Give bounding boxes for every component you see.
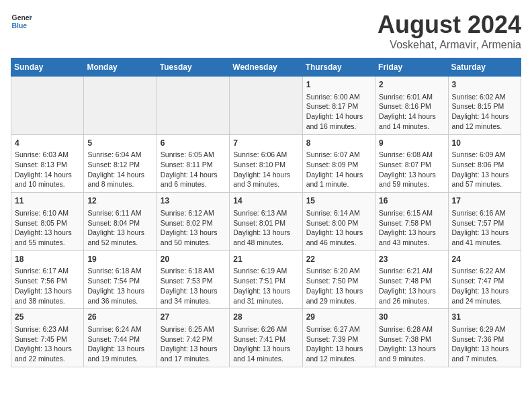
calendar-cell: 17Sunrise: 6:16 AMSunset: 7:57 PMDayligh…	[448, 193, 521, 251]
day-header-tuesday: Tuesday	[157, 58, 229, 77]
day-number: 6	[161, 138, 226, 149]
calendar-cell: 1Sunrise: 6:00 AMSunset: 8:17 PMDaylight…	[302, 77, 375, 135]
cell-content: Sunrise: 6:10 AMSunset: 8:05 PMDaylight:…	[15, 208, 80, 248]
calendar-cell	[157, 77, 229, 135]
calendar-cell: 15Sunrise: 6:14 AMSunset: 8:00 PMDayligh…	[302, 193, 375, 251]
day-number: 10	[452, 138, 517, 149]
calendar-cell: 16Sunrise: 6:15 AMSunset: 7:58 PMDayligh…	[375, 193, 448, 251]
cell-content: Sunrise: 6:18 AMSunset: 7:54 PMDaylight:…	[87, 266, 152, 306]
calendar-cell: 11Sunrise: 6:10 AMSunset: 8:05 PMDayligh…	[11, 193, 84, 251]
calendar-cell: 3Sunrise: 6:02 AMSunset: 8:15 PMDaylight…	[448, 77, 521, 135]
day-header-thursday: Thursday	[302, 58, 375, 77]
day-number: 2	[379, 79, 444, 91]
day-number: 7	[233, 138, 298, 149]
cell-content: Sunrise: 6:09 AMSunset: 8:06 PMDaylight:…	[452, 150, 517, 189]
calendar-cell: 4Sunrise: 6:03 AMSunset: 8:13 PMDaylight…	[11, 134, 84, 193]
cell-content: Sunrise: 6:08 AMSunset: 8:07 PMDaylight:…	[379, 150, 444, 189]
svg-text:General: General	[12, 14, 32, 21]
day-number: 27	[161, 312, 226, 323]
day-number: 31	[452, 312, 517, 323]
day-number: 19	[87, 254, 152, 265]
calendar-table: SundayMondayTuesdayWednesdayThursdayFrid…	[11, 58, 521, 367]
day-number: 13	[161, 195, 226, 207]
calendar-cell: 20Sunrise: 6:18 AMSunset: 7:53 PMDayligh…	[157, 250, 229, 309]
day-number: 9	[379, 138, 444, 149]
cell-content: Sunrise: 6:01 AMSunset: 8:16 PMDaylight:…	[379, 92, 444, 132]
calendar-cell: 12Sunrise: 6:11 AMSunset: 8:04 PMDayligh…	[84, 193, 157, 251]
calendar-cell: 23Sunrise: 6:21 AMSunset: 7:48 PMDayligh…	[375, 250, 448, 309]
day-number: 8	[306, 138, 371, 149]
calendar-cell: 28Sunrise: 6:26 AMSunset: 7:41 PMDayligh…	[230, 309, 302, 367]
day-number: 12	[87, 195, 152, 207]
cell-content: Sunrise: 6:23 AMSunset: 7:45 PMDaylight:…	[15, 324, 80, 364]
calendar-cell: 5Sunrise: 6:04 AMSunset: 8:12 PMDaylight…	[84, 134, 157, 193]
cell-content: Sunrise: 6:25 AMSunset: 7:42 PMDaylight:…	[161, 324, 226, 364]
cell-content: Sunrise: 6:03 AMSunset: 8:13 PMDaylight:…	[15, 150, 80, 189]
calendar-cell: 31Sunrise: 6:29 AMSunset: 7:36 PMDayligh…	[448, 309, 521, 367]
calendar-cell: 22Sunrise: 6:20 AMSunset: 7:50 PMDayligh…	[302, 250, 375, 309]
day-number: 23	[379, 254, 444, 265]
day-header-friday: Friday	[375, 58, 448, 77]
day-number: 20	[161, 254, 226, 265]
cell-content: Sunrise: 6:00 AMSunset: 8:17 PMDaylight:…	[306, 92, 371, 132]
day-number: 3	[452, 79, 517, 91]
calendar-cell: 6Sunrise: 6:05 AMSunset: 8:11 PMDaylight…	[157, 134, 229, 193]
day-header-saturday: Saturday	[448, 58, 521, 77]
cell-content: Sunrise: 6:06 AMSunset: 8:10 PMDaylight:…	[233, 150, 298, 189]
calendar-cell: 13Sunrise: 6:12 AMSunset: 8:02 PMDayligh…	[157, 193, 229, 251]
cell-content: Sunrise: 6:22 AMSunset: 7:47 PMDaylight:…	[452, 266, 517, 306]
day-number: 1	[306, 79, 371, 91]
day-number: 4	[15, 138, 80, 149]
day-number: 26	[87, 312, 152, 323]
calendar-cell: 29Sunrise: 6:27 AMSunset: 7:39 PMDayligh…	[302, 309, 375, 367]
day-header-monday: Monday	[84, 58, 157, 77]
cell-content: Sunrise: 6:24 AMSunset: 7:44 PMDaylight:…	[87, 324, 152, 364]
day-number: 22	[306, 254, 371, 265]
cell-content: Sunrise: 6:13 AMSunset: 8:01 PMDaylight:…	[233, 208, 298, 248]
calendar-cell: 25Sunrise: 6:23 AMSunset: 7:45 PMDayligh…	[11, 309, 84, 367]
cell-content: Sunrise: 6:21 AMSunset: 7:48 PMDaylight:…	[379, 266, 444, 306]
calendar-cell: 24Sunrise: 6:22 AMSunset: 7:47 PMDayligh…	[448, 250, 521, 309]
cell-content: Sunrise: 6:05 AMSunset: 8:11 PMDaylight:…	[161, 150, 226, 189]
cell-content: Sunrise: 6:18 AMSunset: 7:53 PMDaylight:…	[161, 266, 226, 306]
cell-content: Sunrise: 6:19 AMSunset: 7:51 PMDaylight:…	[233, 266, 298, 306]
header: General Blue August 2024 Voskehat, Armav…	[11, 11, 521, 51]
calendar-cell: 7Sunrise: 6:06 AMSunset: 8:10 PMDaylight…	[230, 134, 302, 193]
calendar-cell: 18Sunrise: 6:17 AMSunset: 7:56 PMDayligh…	[11, 250, 84, 309]
calendar-cell	[230, 77, 302, 135]
page-subtitle: Voskehat, Armavir, Armenia	[378, 39, 521, 51]
calendar-cell: 10Sunrise: 6:09 AMSunset: 8:06 PMDayligh…	[448, 134, 521, 193]
cell-content: Sunrise: 6:29 AMSunset: 7:36 PMDaylight:…	[452, 324, 517, 364]
cell-content: Sunrise: 6:16 AMSunset: 7:57 PMDaylight:…	[452, 208, 517, 248]
cell-content: Sunrise: 6:26 AMSunset: 7:41 PMDaylight:…	[233, 324, 298, 364]
day-header-sunday: Sunday	[11, 58, 84, 77]
cell-content: Sunrise: 6:14 AMSunset: 8:00 PMDaylight:…	[306, 208, 371, 248]
day-number: 21	[233, 254, 298, 265]
cell-content: Sunrise: 6:11 AMSunset: 8:04 PMDaylight:…	[87, 208, 152, 248]
cell-content: Sunrise: 6:15 AMSunset: 7:58 PMDaylight:…	[379, 208, 444, 248]
day-number: 14	[233, 195, 298, 207]
cell-content: Sunrise: 6:17 AMSunset: 7:56 PMDaylight:…	[15, 266, 80, 306]
cell-content: Sunrise: 6:07 AMSunset: 8:09 PMDaylight:…	[306, 150, 371, 189]
calendar-cell	[11, 77, 84, 135]
cell-content: Sunrise: 6:02 AMSunset: 8:15 PMDaylight:…	[452, 92, 517, 132]
day-number: 11	[15, 195, 80, 207]
day-number: 5	[87, 138, 152, 149]
calendar-cell: 8Sunrise: 6:07 AMSunset: 8:09 PMDaylight…	[302, 134, 375, 193]
calendar-cell: 14Sunrise: 6:13 AMSunset: 8:01 PMDayligh…	[230, 193, 302, 251]
day-number: 15	[306, 195, 371, 207]
calendar-cell: 26Sunrise: 6:24 AMSunset: 7:44 PMDayligh…	[84, 309, 157, 367]
svg-text:Blue: Blue	[12, 22, 28, 30]
calendar-cell: 30Sunrise: 6:28 AMSunset: 7:38 PMDayligh…	[375, 309, 448, 367]
day-number: 29	[306, 312, 371, 323]
day-number: 16	[379, 195, 444, 207]
calendar-cell: 27Sunrise: 6:25 AMSunset: 7:42 PMDayligh…	[157, 309, 229, 367]
title-area: August 2024 Voskehat, Armavir, Armenia	[378, 11, 521, 51]
day-number: 18	[15, 254, 80, 265]
cell-content: Sunrise: 6:12 AMSunset: 8:02 PMDaylight:…	[161, 208, 226, 248]
day-number: 17	[452, 195, 517, 207]
cell-content: Sunrise: 6:28 AMSunset: 7:38 PMDaylight:…	[379, 324, 444, 364]
day-number: 30	[379, 312, 444, 323]
cell-content: Sunrise: 6:27 AMSunset: 7:39 PMDaylight:…	[306, 324, 371, 364]
page-title: August 2024	[378, 11, 521, 39]
